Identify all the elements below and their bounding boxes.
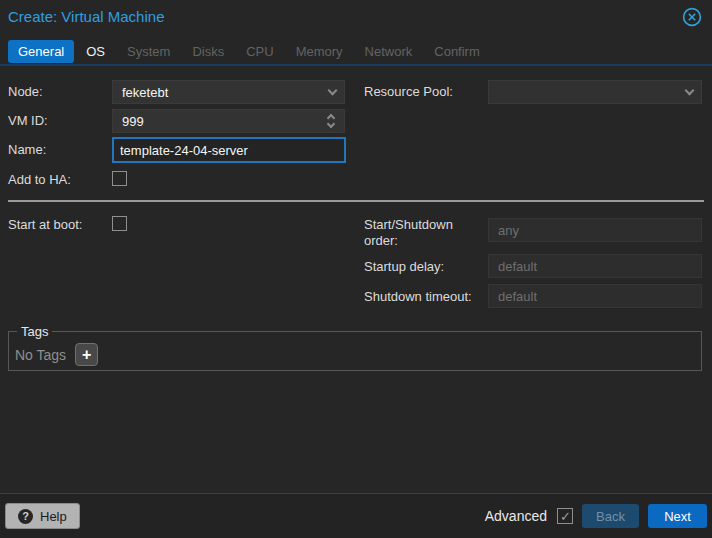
question-icon: ? (18, 509, 33, 524)
plus-icon: + (82, 346, 91, 363)
startup-delay-wrap (488, 254, 702, 278)
next-button[interactable]: Next (648, 504, 707, 528)
resource-pool-select[interactable] (488, 80, 702, 104)
close-icon[interactable] (682, 7, 702, 27)
tab-system: System (117, 40, 180, 63)
footer-actions: Advanced Back Next (485, 504, 707, 528)
startup-order-input[interactable] (488, 218, 702, 242)
node-select[interactable] (112, 80, 345, 104)
node-combo-wrap (112, 80, 345, 104)
vmid-label: VM ID: (8, 113, 48, 129)
help-button[interactable]: ? Help (5, 503, 80, 529)
tab-cpu: CPU (236, 40, 283, 63)
name-input[interactable] (112, 137, 346, 163)
help-button-label: Help (40, 509, 67, 524)
start-at-boot-checkbox[interactable] (112, 216, 127, 231)
shutdown-timeout-input[interactable] (488, 284, 702, 308)
section-separator (8, 200, 704, 202)
add-to-ha-checkbox[interactable] (112, 171, 127, 186)
no-tags-text: No Tags (15, 347, 66, 363)
tab-network: Network (355, 40, 423, 63)
resource-pool-label: Resource Pool: (364, 84, 453, 100)
name-label: Name: (8, 142, 46, 158)
tags-row: No Tags + (15, 343, 693, 366)
startup-order-wrap (488, 218, 702, 242)
resource-pool-combo-wrap (488, 80, 702, 104)
start-at-boot-label: Start at boot: (8, 217, 82, 233)
add-tag-button[interactable]: + (75, 343, 98, 366)
tab-os[interactable]: OS (76, 40, 115, 63)
node-label: Node: (8, 84, 43, 100)
tab-memory: Memory (286, 40, 353, 63)
dialog-footer: ? Help Advanced Back Next (0, 493, 712, 538)
shutdown-timeout-label: Shutdown timeout: (364, 289, 472, 305)
tab-disks: Disks (182, 40, 234, 63)
vmid-spinner-wrap (112, 109, 345, 133)
create-vm-dialog: Create: Virtual Machine General OS Syste… (0, 0, 712, 538)
dialog-title: Create: Virtual Machine (8, 8, 164, 25)
advanced-label: Advanced (485, 508, 547, 524)
vmid-input[interactable] (112, 109, 345, 133)
startup-delay-input[interactable] (488, 254, 702, 278)
tab-general[interactable]: General (8, 40, 74, 63)
shutdown-timeout-wrap (488, 284, 702, 308)
tags-fieldset: Tags No Tags + (8, 324, 702, 371)
tab-confirm: Confirm (424, 40, 490, 63)
startup-delay-label: Startup delay: (364, 259, 444, 275)
name-input-wrap (112, 137, 346, 163)
tags-legend: Tags (17, 324, 52, 339)
startup-order-label: Start/Shutdown order: (364, 217, 482, 249)
add-to-ha-label: Add to HA: (8, 172, 71, 188)
advanced-checkbox[interactable] (557, 508, 573, 524)
wizard-tabbar: General OS System Disks CPU Memory Netwo… (0, 38, 712, 66)
back-button[interactable]: Back (582, 504, 639, 528)
